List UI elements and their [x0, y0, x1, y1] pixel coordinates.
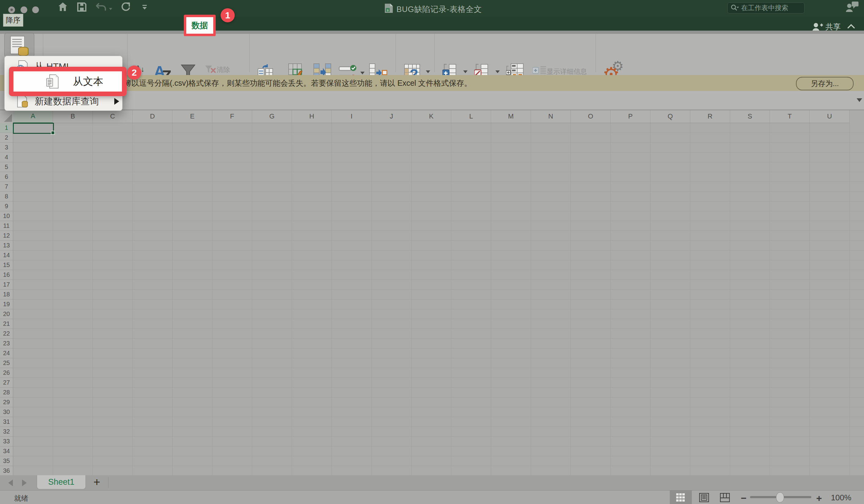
column-header-E[interactable]: E — [172, 110, 212, 123]
window-zoom-button[interactable] — [32, 7, 39, 13]
window-close-button[interactable] — [8, 7, 15, 13]
column-headers: ABCDEFGHIJKLMNOPQRSTU — [13, 110, 850, 123]
column-header-K[interactable]: K — [411, 110, 451, 123]
home-icon[interactable] — [58, 2, 68, 12]
column-header-D[interactable]: D — [133, 110, 172, 123]
get-external-data-button[interactable] — [4, 33, 34, 57]
undo-icon[interactable] — [96, 3, 107, 12]
row-header-28[interactable]: 28 — [0, 388, 13, 397]
collapse-ribbon-icon[interactable] — [848, 24, 855, 28]
select-all-corner[interactable] — [0, 110, 13, 123]
row-header-29[interactable]: 29 — [0, 397, 13, 407]
row-header-32[interactable]: 32 — [0, 427, 13, 437]
annotation-badge-2: 2 — [127, 65, 141, 79]
search-input[interactable]: 在工作表中搜索 — [727, 2, 805, 13]
row-header-23[interactable]: 23 — [0, 339, 13, 348]
row-header-30[interactable]: 30 — [0, 407, 13, 417]
row-header-9[interactable]: 9 — [0, 201, 13, 211]
row-header-3[interactable]: 3 — [0, 143, 13, 152]
sheet-tab-sheet1[interactable]: Sheet1 — [37, 475, 86, 489]
row-header-11[interactable]: 11 — [0, 221, 13, 231]
column-header-A[interactable]: A — [13, 110, 53, 123]
column-header-J[interactable]: J — [372, 110, 411, 123]
column-header-G[interactable]: G — [252, 110, 292, 123]
row-header-13[interactable]: 13 — [0, 241, 13, 250]
row-header-36[interactable]: 36 — [0, 466, 13, 476]
column-header-N[interactable]: N — [531, 110, 571, 123]
column-header-L[interactable]: L — [451, 110, 491, 123]
status-bar: 就绪 − + — [0, 490, 864, 504]
page-break-view-button[interactable] — [720, 493, 730, 502]
menu-item-label: 新建数据库查询 — [35, 95, 99, 108]
fill-handle[interactable] — [51, 131, 55, 135]
row-header-1[interactable]: 1 — [0, 123, 13, 133]
row-header-33[interactable]: 33 — [0, 437, 13, 446]
save-icon[interactable] — [77, 2, 86, 12]
row-header-8[interactable]: 8 — [0, 192, 13, 201]
redo-icon[interactable] — [121, 2, 131, 12]
row-header-2[interactable]: 2 — [0, 133, 13, 143]
row-header-4[interactable]: 4 — [0, 152, 13, 162]
row-header-6[interactable]: 6 — [0, 172, 13, 182]
feedback-person-icon[interactable] — [845, 1, 859, 13]
row-header-25[interactable]: 25 — [0, 358, 13, 368]
undo-dropdown-arrow[interactable] — [109, 8, 112, 10]
column-header-P[interactable]: P — [611, 110, 650, 123]
row-header-16[interactable]: 16 — [0, 270, 13, 280]
column-header-B[interactable]: B — [53, 110, 93, 123]
column-header-I[interactable]: I — [332, 110, 372, 123]
row-header-22[interactable]: 22 — [0, 329, 13, 339]
column-header-R[interactable]: R — [690, 110, 730, 123]
zoom-in-button[interactable]: + — [816, 493, 822, 504]
zoom-slider-thumb[interactable] — [776, 492, 784, 503]
row-header-27[interactable]: 27 — [0, 378, 13, 388]
formula-bar-expand-icon[interactable] — [857, 98, 862, 102]
row-header-24[interactable]: 24 — [0, 348, 13, 358]
save-as-button[interactable]: 另存为... — [796, 77, 854, 90]
column-header-M[interactable]: M — [491, 110, 531, 123]
row-header-31[interactable]: 31 — [0, 417, 13, 427]
csv-warning-text: 簿以逗号分隔(.csv)格式保存，则某些功能可能会丢失。若要保留这些功能，请以 … — [124, 78, 472, 88]
ungroup-dropdown-arrow[interactable] — [495, 71, 500, 73]
prev-sheet-arrow[interactable] — [8, 480, 13, 486]
column-header-T[interactable]: T — [770, 110, 810, 123]
zoom-out-button[interactable]: − — [741, 493, 747, 504]
column-header-F[interactable]: F — [212, 110, 252, 123]
column-header-U[interactable]: U — [810, 110, 850, 123]
row-header-35[interactable]: 35 — [0, 456, 13, 466]
annotation-badge-1: 1 — [220, 8, 235, 22]
menu-item-new-database-query[interactable]: 新建数据库查询 — [4, 95, 122, 108]
row-header-12[interactable]: 12 — [0, 231, 13, 241]
row-header-34[interactable]: 34 — [0, 446, 13, 456]
next-sheet-arrow[interactable] — [22, 480, 27, 486]
toolbar-overflow-icon[interactable] — [142, 5, 147, 10]
row-header-18[interactable]: 18 — [0, 290, 13, 299]
row-header-21[interactable]: 21 — [0, 319, 13, 329]
row-header-5[interactable]: 5 — [0, 162, 13, 172]
page-layout-view-button[interactable] — [699, 493, 709, 502]
cell-grid[interactable] — [13, 123, 864, 475]
selected-cell-a1[interactable] — [13, 123, 54, 134]
row-header-14[interactable]: 14 — [0, 250, 13, 260]
window-minimize-button[interactable] — [21, 7, 27, 13]
group-dropdown-arrow[interactable] — [463, 71, 468, 73]
column-header-S[interactable]: S — [730, 110, 770, 123]
column-header-C[interactable]: C — [93, 110, 133, 123]
normal-view-button[interactable] — [670, 491, 692, 504]
column-header-Q[interactable]: Q — [650, 110, 690, 123]
menu-item-from-text[interactable]: 从文本 — [13, 71, 122, 91]
what-if-dropdown-arrow[interactable] — [426, 71, 430, 73]
row-header-10[interactable]: 10 — [0, 211, 13, 221]
tab-data[interactable]: 数据 — [186, 17, 213, 34]
row-header-20[interactable]: 20 — [0, 309, 13, 319]
row-header-17[interactable]: 17 — [0, 280, 13, 290]
data-validation-dropdown-arrow[interactable] — [360, 72, 364, 74]
document-title: BUG缺陷记录-表格全文 — [396, 4, 482, 15]
column-header-O[interactable]: O — [571, 110, 611, 123]
row-header-15[interactable]: 15 — [0, 260, 13, 270]
row-header-19[interactable]: 19 — [0, 299, 13, 309]
row-header-7[interactable]: 7 — [0, 182, 13, 192]
column-header-H[interactable]: H — [292, 110, 332, 123]
add-sheet-button[interactable]: + — [91, 476, 103, 488]
row-header-26[interactable]: 26 — [0, 368, 13, 378]
